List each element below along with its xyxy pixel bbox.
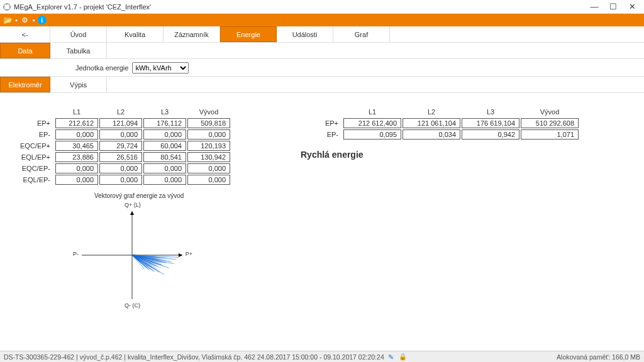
nav-energie[interactable]: Energie xyxy=(220,26,277,42)
vector-chart-block: Vektorový graf energie za vývod Q+ (L) Q… xyxy=(69,192,644,309)
unit-label: Jednotka energie xyxy=(75,64,128,72)
row-label: EQL/EP- xyxy=(14,175,54,185)
cell: 130,942 xyxy=(187,152,230,162)
svg-marker-4 xyxy=(130,211,134,215)
app-icon xyxy=(3,3,11,11)
row-label: EP- xyxy=(302,129,342,140)
nav-tabulka[interactable]: Tabulka xyxy=(50,43,107,58)
cell: 510 292,608 xyxy=(521,118,579,128)
cell: 121 061,104 xyxy=(402,118,460,128)
cell: 80,541 xyxy=(143,152,186,162)
vector-chart-title: Vektorový graf energie za vývod xyxy=(94,192,644,199)
status-left: DS-TS-300365-229-462 | vývod_č.p.462 | k… xyxy=(4,353,384,361)
row-label: EP+ xyxy=(302,118,342,128)
gear-icon[interactable]: ⚙ xyxy=(20,15,30,25)
col-l1: L1 xyxy=(55,107,98,117)
nav-back[interactable]: <- xyxy=(0,26,50,42)
cell: 212 612,400 xyxy=(343,118,401,128)
unit-select[interactable]: kWh, kVArh xyxy=(132,62,189,74)
content-area: L1 L2 L3 Vývod EP+ 212,612 121,094 176,1… xyxy=(0,93,644,351)
rcol-l3: L3 xyxy=(462,107,519,117)
table-row: EQL/EP- 0,000 0,000 0,000 0,000 xyxy=(14,175,230,185)
axis-label-pplus: P+ xyxy=(186,251,192,257)
row-label: EP+ xyxy=(14,118,54,128)
cell: 0,000 xyxy=(187,175,230,185)
cell: 26,516 xyxy=(99,152,142,162)
row-label: EP- xyxy=(14,129,54,140)
rcol-l2: L2 xyxy=(402,107,460,117)
col-vyvod: Vývod xyxy=(187,107,230,117)
unit-row: Jednotka energie kWh, kVArh xyxy=(0,59,644,77)
cell: 23,886 xyxy=(55,152,98,162)
vector-chart: Q+ (L) Q- (C) P- P+ xyxy=(69,202,195,309)
cell: 0,000 xyxy=(99,129,142,140)
row-label: EQL/EP+ xyxy=(14,152,54,162)
cell: 0,000 xyxy=(187,129,230,140)
main-toolbar: 📂 • ⚙ • i xyxy=(0,14,644,26)
rcol-l1: L1 xyxy=(343,107,401,117)
cell: 0,000 xyxy=(55,163,98,173)
cell: 30,465 xyxy=(55,141,98,151)
cell: 120,193 xyxy=(187,141,230,151)
cell: 0,000 xyxy=(55,129,98,140)
nav-udalosti[interactable]: Události xyxy=(277,26,333,42)
cell: 0,095 xyxy=(343,129,401,140)
window-titlebar: MEgA_Explorer v1.7 - projekt 'CEZ_Interf… xyxy=(0,0,644,14)
nav-vypis[interactable]: Výpis xyxy=(50,77,107,92)
cell: 0,000 xyxy=(55,175,98,185)
cell: 0,000 xyxy=(187,163,230,173)
cell: 176 619,104 xyxy=(462,118,519,128)
window-close-button[interactable]: ✕ xyxy=(623,2,641,11)
cell: 0,034 xyxy=(402,129,460,140)
window-minimize-button[interactable]: — xyxy=(585,2,604,11)
cell: 29,724 xyxy=(99,141,142,151)
cell: 0,000 xyxy=(143,129,186,140)
axis-label-qplus: Q+ (L) xyxy=(125,202,141,208)
cell: 509,818 xyxy=(187,118,230,128)
nav-uvod[interactable]: Úvod xyxy=(50,26,107,42)
window-title: MEgA_Explorer v1.7 - projekt 'CEZ_Interf… xyxy=(14,3,585,11)
nav-secondary: Data Tabulka xyxy=(0,43,644,59)
window-maximize-button[interactable]: ☐ xyxy=(604,2,623,11)
table-row: EQL/EP+ 23,886 26,516 80,541 130,942 xyxy=(14,152,230,162)
cell: 0,000 xyxy=(99,175,142,185)
col-l3: L3 xyxy=(143,107,186,117)
quick-energy-title: Rychlá energie xyxy=(301,150,580,160)
table-row: EP+ 212 612,400 121 061,104 176 619,104 … xyxy=(302,118,579,128)
cell: 121,094 xyxy=(99,118,142,128)
cell: 60,004 xyxy=(143,141,186,151)
table-row: EQC/EP- 0,000 0,000 0,000 0,000 xyxy=(14,163,230,173)
table-row: EQC/EP+ 30,465 29,724 60,004 120,193 xyxy=(14,141,230,151)
cell: 0,000 xyxy=(143,163,186,173)
status-bar: DS-TS-300365-229-462 | vývod_č.p.462 | k… xyxy=(0,351,644,362)
info-icon[interactable]: i xyxy=(38,16,47,25)
col-l2: L2 xyxy=(99,107,142,117)
cell: 0,000 xyxy=(99,163,142,173)
energy-table-right: L1 L2 L3 Vývod EP+ 212 612,400 121 061,1… xyxy=(301,106,580,141)
table-row: EP- 0,000 0,000 0,000 0,000 xyxy=(14,129,230,140)
cell: 0,000 xyxy=(143,175,186,185)
nav-graf[interactable]: Graf xyxy=(333,26,390,42)
status-memory: Alokovaná paměť: 166,0 MB xyxy=(557,353,640,361)
edit-icon[interactable]: ✎ xyxy=(388,353,394,361)
nav-primary: <- Úvod Kvalita Záznamník Energie Událos… xyxy=(0,26,644,43)
row-label: EQC/EP- xyxy=(14,163,54,173)
table-row: EP+ 212,612 121,094 176,112 509,818 xyxy=(14,118,230,128)
nav-elektromer[interactable]: Elektroměr xyxy=(0,77,50,92)
rcol-vyvod: Vývod xyxy=(521,107,579,117)
table-row: EP- 0,095 0,034 0,942 1,071 xyxy=(302,129,579,140)
cell: 176,112 xyxy=(143,118,186,128)
cell: 1,071 xyxy=(521,129,579,140)
nav-data[interactable]: Data xyxy=(0,43,50,58)
nav-tertiary: Elektroměr Výpis xyxy=(0,77,644,93)
open-icon[interactable]: 📂 xyxy=(3,15,13,25)
nav-kvalita[interactable]: Kvalita xyxy=(107,26,164,42)
lock-icon[interactable]: 🔒 xyxy=(399,353,407,361)
cell: 0,942 xyxy=(462,129,519,140)
axis-label-qminus: Q- (C) xyxy=(125,302,140,309)
cell: 212,612 xyxy=(55,118,98,128)
svg-marker-3 xyxy=(179,253,182,257)
energy-table-left: L1 L2 L3 Vývod EP+ 212,612 121,094 176,1… xyxy=(13,106,231,186)
axis-label-pminus: P- xyxy=(73,251,79,257)
nav-zaznamnik[interactable]: Záznamník xyxy=(164,26,220,42)
